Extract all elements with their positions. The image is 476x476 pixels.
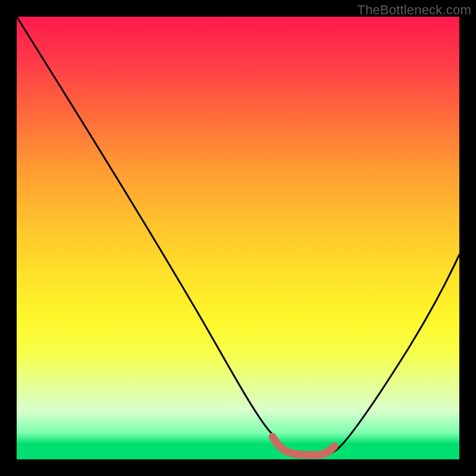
bottleneck-curve bbox=[17, 17, 459, 456]
chart-frame: TheBottleneck.com bbox=[0, 0, 476, 476]
curve-layer bbox=[17, 17, 459, 459]
optimal-range-marker bbox=[273, 437, 334, 455]
watermark-text: TheBottleneck.com bbox=[357, 2, 471, 18]
plot-area bbox=[17, 17, 459, 459]
